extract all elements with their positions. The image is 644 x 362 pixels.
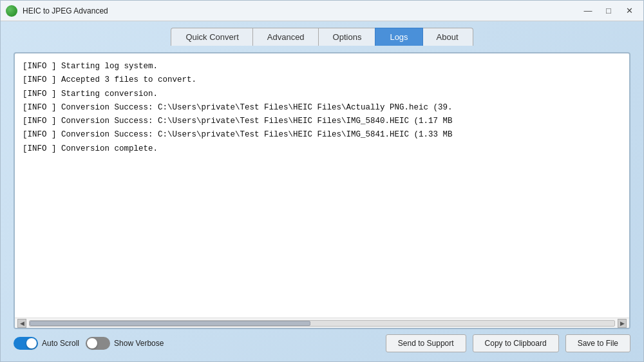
- list-item: [INFO ] Starting log system.: [23, 60, 621, 73]
- window-controls: — □ ✕: [579, 5, 638, 17]
- tab-options[interactable]: Options: [318, 28, 377, 46]
- main-content: [INFO ] Starting log system. [INFO ] Acc…: [1, 46, 643, 361]
- tabs-bar: Quick Convert Advanced Options Logs Abou…: [1, 21, 643, 46]
- send-to-support-button[interactable]: Send to Support: [386, 334, 466, 352]
- show-verbose-label: Show Verbose: [114, 339, 164, 348]
- list-item: [INFO ] Conversion complete.: [23, 142, 621, 156]
- list-item: [INFO ] Conversion Success: C:\Users\pri…: [23, 101, 621, 115]
- log-panel: [INFO ] Starting log system. [INFO ] Acc…: [14, 52, 630, 329]
- app-window: HEIC to JPEG Advanced — □ ✕ Quick Conver…: [0, 0, 644, 362]
- scroll-track[interactable]: [29, 320, 615, 327]
- bottom-bar: Auto Scroll Show Verbose Send to Support…: [14, 329, 630, 355]
- tab-about[interactable]: About: [422, 28, 473, 46]
- list-item: [INFO ] Conversion Success: C:\Users\pri…: [23, 128, 621, 142]
- minimize-button[interactable]: —: [579, 5, 597, 17]
- log-content[interactable]: [INFO ] Starting log system. [INFO ] Acc…: [15, 53, 629, 318]
- scroll-right-arrow[interactable]: ▶: [618, 319, 627, 328]
- list-item: [INFO ] Accepted 3 files to convert.: [23, 73, 621, 87]
- title-bar: HEIC to JPEG Advanced — □ ✕: [1, 1, 643, 21]
- maximize-button[interactable]: □: [600, 5, 618, 17]
- scroll-left-arrow[interactable]: ◀: [17, 319, 26, 328]
- app-icon: [6, 5, 17, 17]
- tab-quick-convert[interactable]: Quick Convert: [171, 28, 253, 46]
- horizontal-scrollbar[interactable]: ◀ ▶: [15, 318, 629, 328]
- copy-to-clipboard-button[interactable]: Copy to Clipboard: [473, 334, 559, 352]
- window-title: HEIC to JPEG Advanced: [23, 6, 579, 15]
- auto-scroll-knob: [26, 338, 37, 348]
- show-verbose-knob: [87, 338, 97, 348]
- list-item: [INFO ] Conversion Success: C:\Users\pri…: [23, 115, 621, 128]
- list-item: [INFO ] Starting conversion.: [23, 88, 621, 101]
- auto-scroll-group: Auto Scroll: [14, 337, 79, 350]
- close-button[interactable]: ✕: [620, 5, 638, 17]
- auto-scroll-label: Auto Scroll: [42, 339, 79, 348]
- tab-logs[interactable]: Logs: [375, 28, 422, 46]
- tab-advanced[interactable]: Advanced: [252, 28, 319, 46]
- scroll-thumb[interactable]: [30, 321, 310, 326]
- auto-scroll-toggle[interactable]: [14, 337, 38, 350]
- save-to-file-button[interactable]: Save to File: [565, 334, 630, 352]
- show-verbose-toggle[interactable]: [86, 337, 110, 350]
- show-verbose-group: Show Verbose: [86, 337, 164, 350]
